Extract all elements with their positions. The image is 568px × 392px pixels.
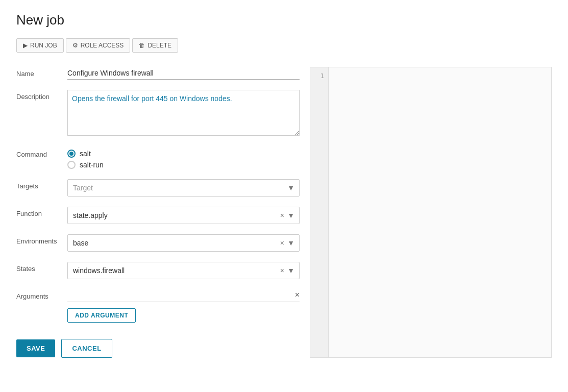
environments-clear-button[interactable]: × <box>279 238 285 248</box>
editor-panel: 1 <box>310 67 552 358</box>
salt-run-label: salt-run <box>80 161 104 169</box>
add-argument-button[interactable]: ADD ARGUMENT <box>67 308 136 323</box>
delete-label: DELETE <box>147 42 171 49</box>
footer-actions: SAVE CANCEL <box>16 339 300 358</box>
cancel-button[interactable]: CANCEL <box>61 339 112 358</box>
salt-radio[interactable] <box>67 150 76 158</box>
function-label: Function <box>16 207 67 217</box>
states-select-wrapper: windows.firewall × ▼ <box>67 262 300 279</box>
environments-select[interactable]: base <box>67 234 300 252</box>
environments-label: Environments <box>16 234 67 245</box>
function-row: Function state.apply × ▼ <box>16 207 300 224</box>
line-number-1: 1 <box>310 71 328 81</box>
name-label: Name <box>16 67 67 78</box>
states-select[interactable]: windows.firewall <box>67 262 300 279</box>
name-row: Name <box>16 67 300 80</box>
role-access-button[interactable]: ⚙ ROLE ACCESS <box>66 38 131 53</box>
run-job-icon: ▶ <box>23 42 28 49</box>
arguments-clear-button[interactable]: × <box>295 290 300 300</box>
description-label: Description <box>16 90 67 101</box>
page-title: New job <box>16 12 552 28</box>
command-radio-group: salt salt-run <box>67 148 300 169</box>
function-select-wrapper: state.apply × ▼ <box>67 207 300 224</box>
salt-label: salt <box>80 150 91 158</box>
delete-button[interactable]: 🗑 DELETE <box>132 38 178 53</box>
role-access-icon: ⚙ <box>72 42 78 49</box>
command-row: Command salt salt-run <box>16 148 300 169</box>
environments-row: Environments base × ▼ <box>16 234 300 252</box>
command-salt-option[interactable]: salt <box>67 150 300 158</box>
toolbar: ▶ RUN JOB ⚙ ROLE ACCESS 🗑 DELETE <box>16 38 552 53</box>
delete-icon: 🗑 <box>139 42 145 49</box>
function-select[interactable]: state.apply <box>67 207 300 224</box>
arguments-row: Arguments × ADD ARGUMENT <box>16 289 300 323</box>
states-clear-button[interactable]: × <box>279 266 285 275</box>
targets-select-wrapper: Target ▼ <box>67 179 300 197</box>
targets-select[interactable]: Target <box>67 179 300 197</box>
function-clear-button[interactable]: × <box>279 211 285 220</box>
environments-select-wrapper: base × ▼ <box>67 234 300 252</box>
description-input[interactable] <box>67 90 300 136</box>
targets-label: Targets <box>16 179 67 190</box>
arguments-input[interactable] <box>67 289 300 302</box>
states-row: States windows.firewall × ▼ <box>16 262 300 279</box>
salt-run-radio[interactable] <box>67 161 76 169</box>
role-access-label: ROLE ACCESS <box>81 42 124 49</box>
states-label: States <box>16 262 67 273</box>
run-job-label: RUN JOB <box>30 42 57 49</box>
run-job-button[interactable]: ▶ RUN JOB <box>16 38 64 53</box>
command-salt-run-option[interactable]: salt-run <box>67 161 300 169</box>
command-label: Command <box>16 148 67 158</box>
editor-line-numbers: 1 <box>310 67 329 357</box>
targets-row: Targets Target ▼ <box>16 179 300 197</box>
name-input[interactable] <box>67 67 300 80</box>
description-row: Description <box>16 90 300 137</box>
save-button[interactable]: SAVE <box>16 339 55 357</box>
arguments-label: Arguments <box>16 289 67 300</box>
